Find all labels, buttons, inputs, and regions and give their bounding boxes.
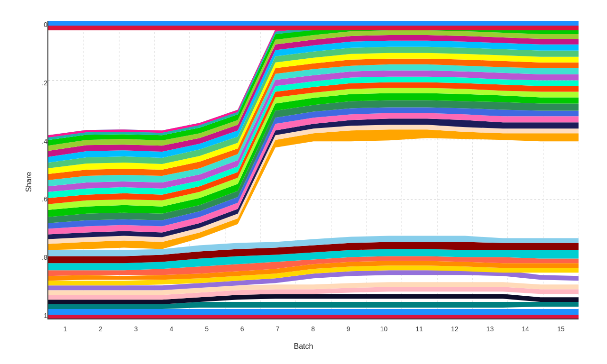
x-tick-14: 14: [508, 325, 543, 333]
x-tick-13: 13: [472, 325, 508, 333]
x-tick-12: 12: [437, 325, 472, 333]
x-tick-3: 3: [118, 325, 154, 333]
y-tick-1: 1: [44, 312, 47, 319]
x-tick-labels: 1 2 3 4 5 6 7 8 9 10 11 12 13 14 15: [47, 325, 579, 333]
x-tick-8: 8: [295, 325, 331, 333]
x-tick-15: 15: [543, 325, 579, 333]
y-tick-0: 0: [44, 21, 47, 28]
x-tick-11: 11: [402, 325, 437, 333]
x-tick-2: 2: [83, 325, 119, 333]
x-tick-5: 5: [189, 325, 225, 333]
layer-2: [48, 309, 579, 315]
layer-top-4: [48, 21, 579, 26]
x-tick-10: 10: [366, 325, 402, 333]
y-tick-0.8: .8: [42, 254, 47, 261]
x-tick-4: 4: [154, 325, 189, 333]
chart-area: [47, 21, 579, 319]
chart-container: Share Batch 1 .8 .6 .4 .2 0 1 2 3 4 5 6 …: [19, 11, 588, 353]
y-tick-0.6: .6: [42, 195, 47, 203]
y-tick-0.2: .2: [42, 79, 47, 87]
stream-svg: [48, 21, 579, 318]
y-tick-labels: 1 .8 .6 .4 .2 0: [28, 21, 47, 319]
y-tick-0.4: .4: [42, 137, 47, 145]
layer-top-3: [48, 26, 579, 30]
x-tick-1: 1: [47, 325, 83, 333]
x-tick-7: 7: [260, 325, 295, 333]
x-axis-label: Batch: [294, 342, 313, 351]
x-tick-6: 6: [224, 325, 260, 333]
layer-1: [48, 315, 579, 318]
x-tick-9: 9: [331, 325, 366, 333]
